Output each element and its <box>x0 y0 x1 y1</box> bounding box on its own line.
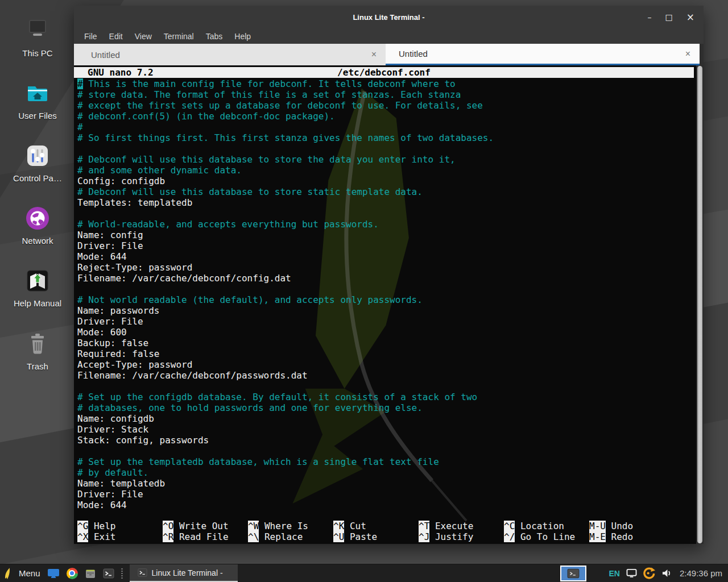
editor-line: # Debconf will use this database to stor… <box>77 154 696 165</box>
desktop-icon-label: User Files <box>18 111 57 120</box>
taskbar: Menu Linux Lite Terminal - EN <box>0 564 728 582</box>
display-tray-icon[interactable] <box>626 568 637 578</box>
editor-line: Stack: config, passwords <box>77 435 696 446</box>
editor-line: Driver: File <box>77 489 696 500</box>
tab-untitled-2[interactable]: Untitled × <box>386 44 700 65</box>
editor-line: Mode: 600 <box>77 327 696 338</box>
folder-home-icon <box>24 80 51 107</box>
editor-line <box>77 143 696 154</box>
this-pc-icon <box>24 17 51 44</box>
window-title: Linux Lite Terminal - <box>353 13 424 22</box>
desktop-icon-user-files[interactable]: User Files <box>0 80 75 120</box>
editor-line <box>77 284 696 294</box>
terminal-screen[interactable]: GNU nano 7.2 /etc/debconf.conf # This is… <box>74 65 704 544</box>
desktop-launcher-icon[interactable] <box>47 568 60 579</box>
shortcut-execute: ^T Execute <box>419 521 504 531</box>
terminal-launcher-icon[interactable] <box>103 568 114 579</box>
editor-line: # Debconf will use this database to stor… <box>77 186 696 197</box>
shortcut-where-is: ^W Where Is <box>248 521 333 531</box>
scrollbar-thumb[interactable] <box>697 66 702 543</box>
update-icon[interactable] <box>643 567 655 579</box>
shortcut-undo: M-U Undo <box>589 521 675 531</box>
task-button-terminal[interactable]: Linux Lite Terminal - <box>130 564 238 582</box>
shortcut-read-file: ^R Read File <box>163 531 248 542</box>
desktop-icon-label: Help Manual <box>14 298 61 308</box>
trash-icon <box>24 330 51 357</box>
desktop-icon-network[interactable]: Network <box>0 205 75 246</box>
minimize-icon[interactable]: – <box>648 13 652 21</box>
file-manager-icon[interactable] <box>85 568 96 579</box>
editor-line: Name: configdb <box>77 413 696 424</box>
shortcut-key: ^/ <box>504 531 515 542</box>
shortcut-key: ^J <box>419 531 429 542</box>
desktop-icon-this-pc[interactable]: This PC <box>0 17 75 58</box>
desktop-icon-help-manual[interactable]: Help Manual <box>0 267 75 308</box>
menu-help[interactable]: Help <box>234 32 251 41</box>
editor-line: Accept-Type: password <box>77 359 696 370</box>
menu-tabs[interactable]: Tabs <box>206 32 223 41</box>
tab-close-icon[interactable]: × <box>685 49 690 59</box>
manual-book-icon <box>24 267 51 294</box>
editor-line: Name: templatedb <box>77 478 696 489</box>
shortcut-key: ^O <box>163 521 173 531</box>
shortcut-help: ^G Help <box>77 521 163 531</box>
menu-button[interactable]: Menu <box>19 568 40 578</box>
menubar: File Edit View Terminal Tabs Help <box>74 28 704 44</box>
editor-line <box>77 446 696 456</box>
text-cursor: # <box>77 78 83 89</box>
close-icon[interactable]: × <box>686 13 694 22</box>
tab-bar: Untitled × Untitled × <box>74 44 704 65</box>
workspace-pager[interactable] <box>560 566 586 581</box>
editor-line: Name: passwords <box>77 305 696 316</box>
shortcut-key: M-U <box>589 521 606 531</box>
clock[interactable]: 2:49:36 pm <box>680 568 722 578</box>
sliders-icon <box>24 142 51 169</box>
window-titlebar[interactable]: Linux Lite Terminal - – □ × <box>74 6 704 28</box>
tab-label: Untitled <box>399 49 685 59</box>
editor-line: # by default. <box>77 467 696 478</box>
tab-untitled-1[interactable]: Untitled × <box>74 44 386 65</box>
shortcut-redo: M-E Redo <box>589 531 675 542</box>
desktop-icon-label: This PC <box>22 48 52 58</box>
editor-line: Name: config <box>77 230 696 240</box>
desktop-icon-trash[interactable]: Trash <box>0 330 75 371</box>
menu-view[interactable]: View <box>135 32 152 41</box>
shortcut-key: M-E <box>589 531 606 542</box>
terminal-window: Linux Lite Terminal - – □ × File Edit Vi… <box>74 6 704 544</box>
menu-edit[interactable]: Edit <box>109 32 123 41</box>
nano-filepath: /etc/debconf.conf <box>74 67 694 78</box>
editor-line: Reject-Type: password <box>77 262 696 273</box>
volume-icon[interactable] <box>661 568 672 578</box>
editor-line: # <box>77 122 696 132</box>
editor-line <box>77 208 696 219</box>
editor-line: # databases, one to hold passwords and o… <box>77 402 696 413</box>
editor-line: # debconf.conf(5) (in the debconf-doc pa… <box>77 111 696 122</box>
editor-line: # and some other dynamic data. <box>77 165 696 176</box>
editor-line: Filename: /var/cache/debconf/passwords.d… <box>77 370 696 381</box>
linux-lite-menu-icon[interactable] <box>4 566 12 581</box>
editor-line: # Not world readable (the default), and … <box>77 294 696 305</box>
menu-terminal[interactable]: Terminal <box>164 32 194 41</box>
shortcut-write-out: ^O Write Out <box>163 521 248 531</box>
desktop-icon-label: Control Pa… <box>13 173 62 183</box>
tab-close-icon[interactable]: × <box>371 49 377 60</box>
editor-line: # So first things first. This first stan… <box>77 132 696 143</box>
nano-shortcuts: ^G Help^O Write Out^W Where Is^K Cut^T E… <box>77 521 696 542</box>
menu-file[interactable]: File <box>84 32 97 41</box>
editor-line: Mode: 644 <box>77 500 696 510</box>
editor-line: # Set up the configdb database. By defau… <box>77 392 696 402</box>
shortcut-key: ^K <box>333 521 344 531</box>
language-indicator[interactable]: EN <box>609 569 619 578</box>
globe-icon <box>24 205 51 232</box>
maximize-icon[interactable]: □ <box>665 13 673 21</box>
chrome-icon[interactable] <box>67 568 78 579</box>
shortcut-key: ^T <box>419 521 429 531</box>
editor-line: Templates: templatedb <box>77 197 696 208</box>
shortcut-key: ^R <box>163 531 173 542</box>
desktop-icon-control-panel[interactable]: Control Pa… <box>0 142 75 183</box>
editor-line: Driver: Stack <box>77 424 696 435</box>
shortcut-exit: ^X Exit <box>77 531 163 542</box>
editor-line: Driver: File <box>77 240 696 251</box>
shortcut-key: ^W <box>248 521 259 531</box>
tab-label: Untitled <box>91 50 371 60</box>
